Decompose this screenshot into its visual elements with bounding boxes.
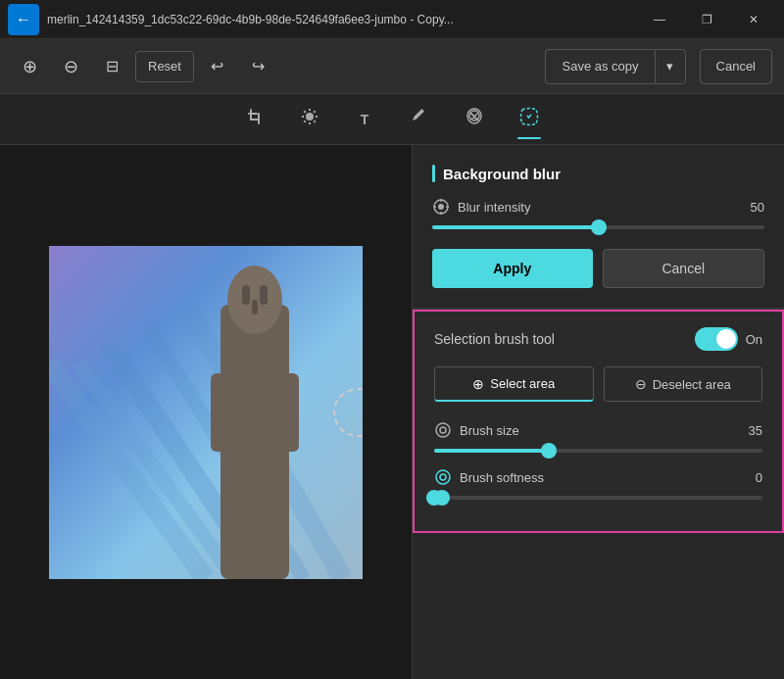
svg-rect-26 [284,373,299,452]
brush-size-fill [434,449,549,453]
toggle-on-label: On [746,332,762,347]
background-blur-section: Background blur Blur intensity 50 [413,145,784,309]
select-area-icon: ⊕ [472,376,484,392]
deselect-area-button[interactable]: ⊖ Deselect area [604,366,763,402]
back-arrow-icon: ← [16,11,31,28]
svg-point-33 [436,423,450,437]
window-controls: — ❐ ✕ [637,4,776,35]
svg-point-34 [440,427,446,433]
brush-size-row: Brush size 35 [434,421,762,439]
svg-rect-2 [258,113,260,124]
undo-button[interactable]: ↩ [200,49,235,84]
toggle-knob [716,329,736,349]
brush-softness-value: 0 [756,470,762,485]
fit-size-icon: ⊟ [106,57,119,75]
select-deselect-buttons: ⊕ Select area ⊖ Deselect area [434,366,762,402]
redo-button[interactable]: ↪ [241,49,276,84]
remove-bg-icon [465,107,484,131]
select-area-button[interactable]: ⊕ Select area [434,366,594,402]
minimize-button[interactable]: — [637,4,682,35]
blur-intensity-slider[interactable] [432,225,764,229]
zoom-out-button[interactable]: ⊖ [53,49,88,84]
fit-size-button[interactable]: ⊟ [94,49,129,84]
pen-tool-button[interactable] [400,100,439,139]
selection-brush-title: Selection brush tool [434,331,555,347]
toggle-container: On [695,327,762,351]
blur-intensity-thumb[interactable] [591,219,607,235]
brush-header: Selection brush tool On [434,327,762,351]
blur-intensity-fill [432,225,599,229]
blur-action-buttons: Apply Cancel [432,249,764,288]
brightness-icon [300,107,319,131]
brush-size-slider[interactable] [434,449,762,453]
svg-line-11 [314,111,315,112]
selection-brush-section: Selection brush tool On ⊕ Select area ⊖ … [413,310,784,533]
reset-button[interactable]: Reset [135,51,194,82]
zoom-in-button[interactable]: ⊕ [12,49,47,84]
svg-rect-20 [220,305,289,579]
right-panel: Background blur Blur intensity 50 [412,145,784,679]
brush-softness-icon [434,468,452,486]
pen-icon [410,107,429,131]
brush-size-icon [434,421,452,439]
svg-line-10 [314,121,315,121]
remove-tool-button[interactable] [455,100,494,139]
deselect-area-icon: ⊖ [635,376,647,392]
svg-rect-3 [248,113,258,115]
svg-rect-24 [252,300,258,315]
brush-size-value: 35 [749,423,762,438]
back-button[interactable]: ← [8,4,39,35]
zoom-in-icon: ⊕ [23,56,37,77]
brush-softness-slider[interactable] [434,496,762,500]
main-area: Background blur Blur intensity 50 [0,145,784,679]
close-button[interactable]: ✕ [731,4,776,35]
blur-cancel-button[interactable]: Cancel [603,249,765,288]
title-bar: ← merlin_142414359_1dc53c22-69dc-4b9b-98… [0,0,784,39]
svg-point-35 [436,470,450,484]
cancel-button[interactable]: Cancel [700,49,772,84]
crop-icon [245,107,265,131]
brush-size-thumb[interactable] [541,443,557,459]
brush-softness-label: Brush softness [434,468,544,486]
text-tool-button[interactable]: T [345,100,384,139]
toolbar: ⊕ ⊖ ⊟ Reset ↩ ↪ Save as copy ▾ Cancel [0,39,784,94]
zoom-out-icon: ⊖ [64,56,78,77]
background-blur-title: Background blur [432,165,764,182]
blur-intensity-value: 50 [751,200,764,215]
svg-rect-22 [242,285,250,305]
undo-icon: ↩ [211,57,223,75]
image-preview [49,246,363,579]
tool-icons-row: T [0,94,784,145]
redo-icon: ↪ [252,57,265,75]
text-icon: T [361,112,369,127]
window-title: merlin_142414359_1dc53c22-69dc-4b9b-98de… [47,13,629,26]
save-as-copy-button[interactable]: Save as copy [545,49,654,84]
svg-point-28 [438,204,444,210]
selection-brush-icon [519,107,539,131]
selection-brush-toggle[interactable] [695,327,738,351]
save-group: Save as copy ▾ [545,49,685,84]
svg-line-12 [304,121,305,121]
svg-point-4 [306,113,314,121]
brush-size-label: Brush size [434,421,519,439]
apply-button[interactable]: Apply [432,249,593,288]
blur-intensity-icon [432,198,450,216]
canvas-area[interactable] [0,145,412,679]
blur-intensity-row: Blur intensity 50 [432,198,764,216]
chevron-down-icon: ▾ [666,59,673,73]
blur-intensity-label: Blur intensity [432,198,530,216]
svg-point-36 [440,474,446,480]
softness-thumb-start[interactable] [434,490,450,506]
crop-tool-button[interactable] [235,100,274,139]
save-dropdown-button[interactable]: ▾ [655,49,686,84]
brightness-tool-button[interactable] [290,100,329,139]
image-container [49,246,363,579]
brush-softness-row: Brush softness 0 [434,468,762,486]
maximize-button[interactable]: ❐ [684,4,729,35]
svg-rect-23 [260,285,268,305]
selection-tool-button[interactable] [510,100,549,139]
svg-rect-25 [211,373,225,452]
svg-line-9 [304,111,305,112]
